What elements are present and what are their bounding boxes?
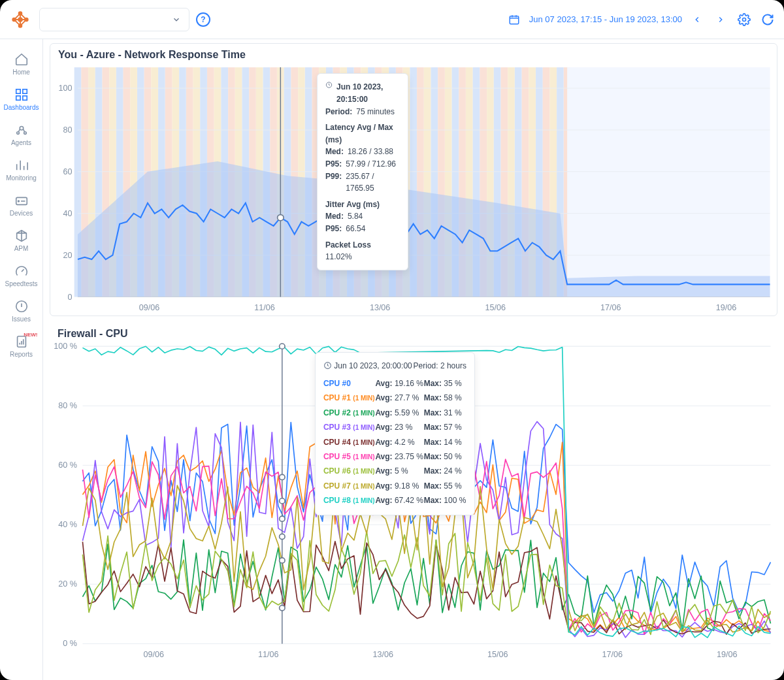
sidebar-item-devices[interactable]: Devices — [3, 189, 41, 221]
svg-point-6 — [743, 18, 746, 21]
sidebar-item-label: Devices — [10, 210, 33, 217]
svg-text:09/06: 09/06 — [143, 650, 164, 659]
svg-point-13 — [24, 132, 26, 135]
svg-text:13/06: 13/06 — [370, 303, 391, 312]
svg-text:40: 40 — [63, 209, 73, 218]
sidebar: HomeDashboardsAgentsMonitoringDevicesAPM… — [0, 39, 43, 680]
svg-rect-5 — [510, 16, 519, 24]
new-badge: NEW! — [24, 332, 37, 338]
svg-rect-7 — [16, 89, 20, 93]
sidebar-item-label: Speedtests — [5, 280, 37, 287]
svg-text:19/06: 19/06 — [716, 303, 737, 312]
sidebar-item-agents[interactable]: Agents — [3, 119, 41, 150]
panel-title: Firewall - CPU — [50, 323, 777, 342]
apm-icon — [14, 229, 29, 243]
svg-point-136 — [280, 558, 285, 563]
agents-icon — [14, 123, 29, 137]
svg-point-135 — [280, 534, 285, 539]
svg-point-132 — [280, 474, 285, 479]
dashboard-select[interactable] — [39, 8, 189, 31]
main-content: You - Azure - Network Response Time 0204… — [43, 39, 784, 680]
svg-point-110 — [278, 215, 284, 221]
next-range-button[interactable] — [712, 11, 729, 28]
sidebar-item-label: Issues — [12, 316, 31, 323]
svg-text:17/06: 17/06 — [600, 303, 621, 312]
svg-rect-89 — [567, 67, 770, 297]
svg-text:60 %: 60 % — [58, 461, 77, 470]
svg-point-137 — [280, 606, 285, 611]
svg-text:13/06: 13/06 — [373, 650, 394, 659]
topbar: ? Jun 07 2023, 17:15 - Jun 19 2023, 13:0… — [0, 0, 784, 39]
svg-text:80 %: 80 % — [58, 401, 77, 410]
panel-title: You - Azure - Network Response Time — [50, 44, 777, 63]
svg-text:0 %: 0 % — [63, 640, 77, 649]
svg-point-131 — [280, 344, 285, 349]
sidebar-item-label: Monitoring — [6, 174, 37, 182]
refresh-icon — [761, 13, 774, 26]
settings-button[interactable] — [736, 11, 753, 28]
svg-text:11/06: 11/06 — [258, 650, 279, 659]
svg-text:15/06: 15/06 — [485, 303, 506, 312]
sidebar-item-speedtests[interactable]: Speedtests — [3, 260, 41, 291]
sidebar-item-monitoring[interactable]: Monitoring — [3, 154, 41, 186]
svg-text:0: 0 — [68, 293, 73, 302]
svg-text:19/06: 19/06 — [717, 650, 738, 659]
svg-point-11 — [20, 127, 24, 131]
svg-point-12 — [16, 132, 19, 135]
svg-rect-9 — [16, 96, 20, 100]
svg-point-134 — [280, 516, 285, 521]
sidebar-item-label: Dashboards — [4, 104, 39, 111]
svg-text:20: 20 — [63, 251, 73, 260]
sidebar-item-label: Agents — [11, 139, 31, 146]
issues-icon — [14, 299, 29, 314]
svg-text:09/06: 09/06 — [139, 303, 160, 312]
svg-text:20 %: 20 % — [58, 580, 77, 589]
svg-text:15/06: 15/06 — [487, 650, 508, 659]
date-range-picker[interactable]: Jun 07 2023, 17:15 - Jun 19 2023, 13:00 — [508, 14, 682, 25]
chart-cpu[interactable]: 0 %20 %40 %60 %80 %100 %09/0611/0613/061… — [50, 342, 777, 662]
dashboards-icon — [14, 88, 29, 102]
speedtests-icon — [14, 264, 29, 278]
sidebar-item-label: Home — [12, 69, 30, 76]
panel-network-response-time: You - Azure - Network Response Time 0204… — [50, 43, 777, 316]
svg-text:100 %: 100 % — [54, 342, 77, 351]
sidebar-item-apm[interactable]: APM — [3, 225, 41, 256]
sidebar-item-reports[interactable]: NEW!Reports — [3, 331, 41, 362]
sidebar-item-dashboards[interactable]: Dashboards — [3, 84, 41, 115]
svg-rect-10 — [22, 96, 26, 100]
svg-text:100: 100 — [59, 84, 73, 93]
svg-text:40 %: 40 % — [58, 521, 77, 530]
svg-point-15 — [18, 201, 19, 202]
svg-text:11/06: 11/06 — [254, 303, 275, 312]
svg-text:60: 60 — [63, 167, 73, 176]
sidebar-item-home[interactable]: Home — [3, 48, 41, 80]
help-icon[interactable]: ? — [196, 12, 210, 27]
app-logo — [8, 7, 33, 32]
svg-text:17/06: 17/06 — [602, 650, 623, 659]
home-icon — [14, 52, 29, 67]
calendar-icon — [508, 14, 520, 25]
prev-range-button[interactable] — [689, 11, 706, 28]
devices-icon — [14, 193, 29, 208]
panel-firewall-cpu: Firewall - CPU 0 %20 %40 %60 %80 %100 %0… — [50, 323, 777, 662]
refresh-button[interactable] — [759, 11, 776, 28]
chart-network[interactable]: 02040608010009/0611/0613/0615/0617/0619/… — [50, 63, 777, 316]
sidebar-item-issues[interactable]: Issues — [3, 295, 41, 327]
app-frame: ? Jun 07 2023, 17:15 - Jun 19 2023, 13:0… — [0, 0, 784, 680]
gear-icon — [738, 13, 751, 26]
svg-point-133 — [280, 498, 285, 504]
monitoring-icon — [14, 158, 29, 172]
sidebar-item-label: APM — [14, 245, 29, 252]
date-range-text: Jun 07 2023, 17:15 - Jun 19 2023, 13:00 — [529, 14, 682, 24]
svg-rect-8 — [22, 89, 26, 93]
svg-text:80: 80 — [63, 125, 73, 135]
sidebar-item-label: Reports — [10, 351, 33, 358]
chevron-down-icon — [172, 15, 181, 24]
